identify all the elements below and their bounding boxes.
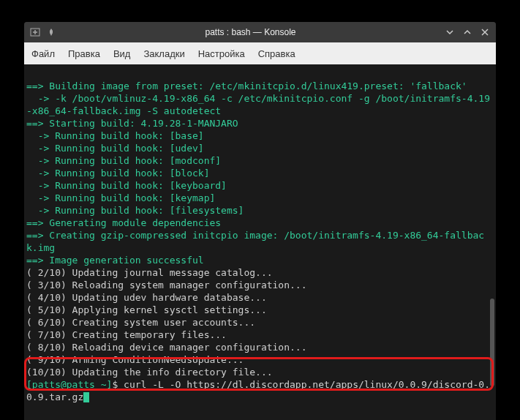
terminal-line: ==> Starting build: 4.19.28-1-MANJARO: [26, 118, 238, 129]
terminal-line: -> Running build hook: [keyboard]: [26, 180, 227, 191]
terminal-line: ( 9/10) Arming ConditionNeedsUpdate...: [26, 354, 244, 365]
terminal-line: -> Running build hook: [modconf]: [26, 155, 221, 166]
terminal-line: -> Running build hook: [base]: [26, 130, 204, 141]
terminal-line: ==> Building image from preset: /etc/mki…: [26, 80, 467, 91]
terminal-line: ( 8/10) Reloading device manager configu…: [26, 342, 307, 353]
terminal-line: ( 5/10) Applying kernel sysctl settings.…: [26, 304, 267, 315]
titlebar: patts : bash — Konsole: [24, 22, 496, 42]
terminal-line: ( 6/10) Creating system user accounts...: [26, 317, 255, 328]
titlebar-controls: [445, 27, 490, 37]
menu-settings[interactable]: Настройка: [198, 48, 245, 59]
terminal-line: ( 2/10) Updating journal message catalog…: [26, 267, 273, 278]
terminal-line: ==> Image generation successful: [26, 255, 204, 266]
konsole-window: patts : bash — Konsole Файл Правка Вид З…: [24, 22, 496, 420]
prompt-user-host: [patts@patts ~]: [26, 379, 112, 390]
menu-view[interactable]: Вид: [113, 48, 131, 59]
terminal-line: ==> Generating module dependencies: [26, 217, 221, 228]
prompt-line: [patts@patts ~]$ curl -L -O https://dl.d…: [26, 379, 490, 402]
menubar: Файл Правка Вид Закладки Настройка Справ…: [24, 42, 496, 64]
menu-bookmarks[interactable]: Закладки: [143, 48, 184, 59]
scrollbar-thumb[interactable]: [490, 299, 494, 386]
terminal-line: -> Running build hook: [udev]: [26, 143, 204, 154]
menu-file[interactable]: Файл: [31, 48, 55, 59]
terminal-line: ( 4/10) Updating udev hardware database.…: [26, 292, 267, 303]
cursor-icon: [83, 392, 89, 402]
terminal-line: -> Running build hook: [filesystems]: [26, 205, 244, 216]
new-tab-icon[interactable]: [30, 27, 40, 37]
pin-icon[interactable]: [46, 27, 56, 37]
menu-help[interactable]: Справка: [258, 48, 295, 59]
terminal-line: ( 7/10) Creating temporary files...: [26, 329, 227, 340]
terminal-area[interactable]: ==> Building image from preset: /etc/mki…: [24, 64, 496, 420]
terminal-line: -> Running build hook: [keymap]: [26, 192, 215, 203]
terminal-line: ( 3/10) Reloading system manager configu…: [26, 280, 307, 290]
titlebar-left: [30, 27, 56, 37]
terminal-line: (10/10) Updating the info directory file…: [26, 367, 273, 378]
terminal-line: -> -k /boot/vmlinuz-4.19-x86_64 -c /etc/…: [26, 93, 490, 116]
close-button[interactable]: [480, 27, 490, 37]
menu-edit[interactable]: Правка: [68, 48, 100, 59]
terminal-line: -> Running build hook: [block]: [26, 168, 209, 179]
minimize-button[interactable]: [445, 27, 455, 37]
terminal-line: ==> Creating gzip-compressed initcpio im…: [26, 230, 484, 253]
maximize-button[interactable]: [462, 27, 472, 37]
window-title: patts : bash — Konsole: [56, 27, 445, 37]
